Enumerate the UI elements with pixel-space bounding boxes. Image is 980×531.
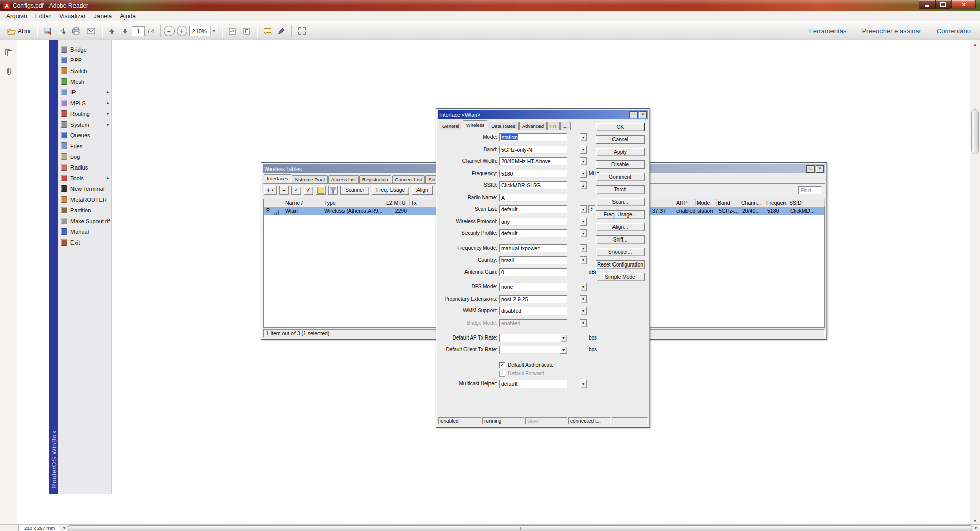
- scroll-up-icon[interactable]: ▲: [970, 40, 980, 49]
- winbox-menu-item[interactable]: Partition ▸: [58, 205, 111, 215]
- open-button[interactable]: Abrir: [4, 23, 34, 38]
- tab[interactable]: HT: [547, 122, 560, 130]
- field-input[interactable]: 20/40MHz HT Above: [499, 157, 567, 165]
- sign-tool-button[interactable]: [275, 23, 288, 38]
- close-button[interactable]: ×: [951, 0, 976, 9]
- tab[interactable]: Wireless: [463, 120, 487, 130]
- field-input[interactable]: default: [499, 205, 567, 213]
- tab[interactable]: General: [439, 122, 462, 130]
- dialog-button[interactable]: Reset Configuration: [596, 260, 645, 269]
- tab[interactable]: Connect List: [392, 175, 425, 183]
- add-button[interactable]: +▼: [264, 186, 277, 195]
- field-input[interactable]: ClickMDR-SL5G: [499, 181, 567, 189]
- column-header[interactable]: ARP: [675, 199, 696, 206]
- save-button[interactable]: [40, 23, 55, 38]
- field-input[interactable]: default: [499, 380, 567, 388]
- field-input[interactable]: enabled: [499, 319, 567, 327]
- winbox-menu-item[interactable]: Queues ▸: [58, 130, 111, 140]
- dialog-button[interactable]: Torch: [596, 185, 645, 194]
- print-button[interactable]: [69, 23, 84, 38]
- winbox-menu-item[interactable]: System ▸: [58, 119, 111, 130]
- horizontal-scroll-thumb[interactable]: [68, 525, 972, 531]
- winbox-menu-item[interactable]: Mesh ▸: [58, 76, 111, 87]
- comment-tool-button[interactable]: [260, 23, 275, 38]
- tab[interactable]: Advanced: [519, 122, 547, 130]
- dropdown-button[interactable]: [580, 181, 587, 189]
- zoom-level-select[interactable]: 210% ▼: [189, 26, 218, 36]
- menubar-item[interactable]: Editar: [31, 11, 55, 21]
- zoom-out-button[interactable]: −: [164, 26, 175, 36]
- dialog-button[interactable]: Disable: [596, 160, 645, 169]
- enable-button[interactable]: ✓: [291, 186, 301, 195]
- winbox-menu-item[interactable]: MetaROUTER ▸: [58, 194, 111, 205]
- dialog-checkbox-row[interactable]: Default Authenticate: [499, 361, 596, 368]
- dialog-button[interactable]: Simple Mode: [596, 273, 645, 281]
- dialog-button[interactable]: OK: [596, 123, 645, 131]
- dropdown-button[interactable]: [560, 334, 567, 342]
- field-input[interactable]: manual-txpower: [499, 244, 567, 252]
- tab[interactable]: ...: [560, 122, 571, 130]
- scroll-right-icon[interactable]: ▶: [973, 525, 980, 531]
- dropdown-button[interactable]: [580, 244, 587, 252]
- winbox-menu-item[interactable]: Manual ▸: [58, 226, 111, 237]
- maximize-button[interactable]: [935, 0, 951, 9]
- column-header[interactable]: Mode: [696, 199, 717, 206]
- remove-button[interactable]: −: [279, 186, 289, 195]
- panel-link[interactable]: Ferramentas: [809, 27, 847, 35]
- toolbar-button[interactable]: Align: [412, 186, 433, 195]
- field-input[interactable]: 5GHz-only-N: [499, 146, 567, 154]
- dropdown-button[interactable]: [580, 146, 587, 154]
- next-page-button[interactable]: [118, 23, 132, 38]
- winbox-menu-item[interactable]: PPP ▸: [58, 55, 111, 65]
- menubar-item[interactable]: Arquivo: [2, 11, 31, 21]
- spinner-buttons[interactable]: ▲▼: [588, 205, 595, 213]
- menubar-item[interactable]: Ajuda: [116, 11, 140, 21]
- panel-link[interactable]: Comentário: [937, 27, 971, 35]
- tab[interactable]: Access List: [328, 175, 359, 183]
- panel-link[interactable]: Preencher e assinar: [862, 27, 921, 35]
- comment-button[interactable]: [316, 186, 326, 195]
- toolbar-button[interactable]: Freq. Usage: [372, 186, 409, 195]
- horizontal-scrollbar[interactable]: [67, 525, 973, 531]
- winbox-menu-item[interactable]: Tools ▸: [58, 173, 111, 183]
- winbox-menu-item[interactable]: IP ▸: [58, 87, 111, 98]
- disable-button[interactable]: ✗: [304, 186, 313, 195]
- field-input[interactable]: [499, 334, 567, 342]
- dialog-button[interactable]: Comment: [596, 173, 645, 181]
- tab[interactable]: Interfaces: [264, 174, 291, 183]
- field-input[interactable]: none: [499, 283, 567, 291]
- page-number-input[interactable]: 1: [132, 26, 145, 36]
- export-button[interactable]: [55, 23, 69, 38]
- zoom-in-button[interactable]: +: [177, 26, 187, 36]
- vertical-scrollbar[interactable]: ▲ ▼: [970, 40, 980, 525]
- dialog-button[interactable]: Cancel: [596, 135, 645, 144]
- dialog-button[interactable]: Snooper...: [596, 248, 645, 256]
- menubar-item[interactable]: Visualizar: [55, 11, 90, 21]
- menubar-item[interactable]: Janela: [90, 11, 116, 21]
- winbox-menu-item[interactable]: Log ▸: [58, 151, 111, 162]
- column-header[interactable]: L2 MTU: [385, 199, 410, 206]
- field-input[interactable]: 0: [499, 268, 567, 276]
- vertical-scroll-thumb[interactable]: [971, 109, 979, 154]
- close-icon[interactable]: ×: [639, 111, 647, 118]
- winbox-menu-item[interactable]: MPLS ▸: [58, 98, 111, 108]
- winbox-menu-item[interactable]: Routing ▸: [58, 108, 111, 119]
- field-input[interactable]: disabled: [499, 307, 567, 315]
- field-input[interactable]: A: [499, 194, 567, 202]
- dialog-button[interactable]: Align...: [596, 223, 645, 231]
- column-header[interactable]: Type: [323, 199, 385, 206]
- field-input[interactable]: post-2.9.25: [499, 295, 567, 303]
- dropdown-button[interactable]: [580, 170, 587, 178]
- checkbox[interactable]: [499, 362, 505, 368]
- tab[interactable]: Registration: [359, 175, 391, 183]
- dropdown-button[interactable]: [580, 283, 587, 291]
- dropdown-button[interactable]: [580, 256, 587, 264]
- dropdown-button[interactable]: [580, 380, 587, 388]
- dialog-button[interactable]: Apply: [596, 148, 645, 156]
- column-header[interactable]: SSID: [788, 199, 825, 206]
- winbox-menu-item[interactable]: New Terminal ▸: [58, 183, 111, 194]
- email-button[interactable]: [84, 23, 99, 38]
- column-header[interactable]: Frequen...: [765, 199, 788, 206]
- field-input[interactable]: [499, 346, 567, 354]
- fit-width-button[interactable]: [225, 23, 239, 38]
